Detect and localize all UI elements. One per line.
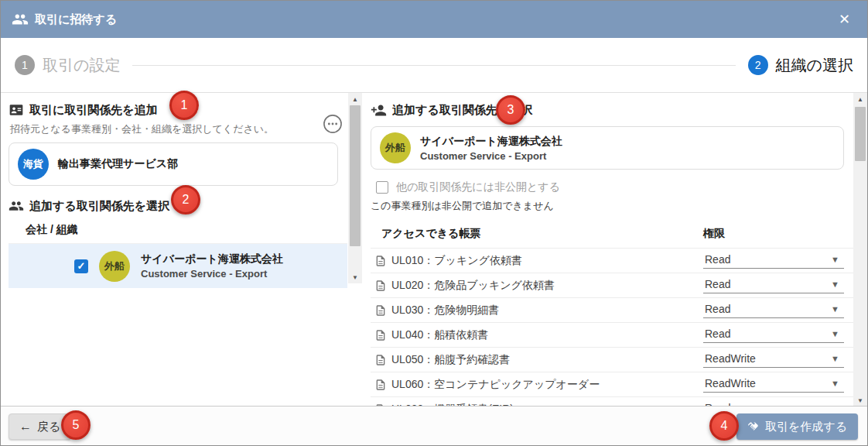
permission-value: Read: [705, 253, 730, 266]
permission-select[interactable]: ReadWrite ▼: [703, 376, 844, 393]
documents-column-header: アクセスできる帳票: [381, 227, 703, 241]
scroll-up-arrow-icon[interactable]: ▲: [853, 93, 867, 105]
private-note-text: この事業種別は非公開で追加できません: [371, 199, 853, 213]
selected-company-name: サイバーポート海運株式会社: [420, 135, 562, 149]
selected-organization-name: Customer Service - Export: [420, 150, 562, 162]
document-label: UL010：ブッキング依頼書: [391, 254, 522, 268]
chevron-down-icon: ▼: [831, 280, 839, 289]
partner-row-selected[interactable]: 外船 サイバーポート海運株式会社 Customer Service - Expo…: [9, 244, 347, 288]
documents-table-header: アクセスできる帳票 権限: [371, 222, 853, 248]
step-connector-line: [132, 65, 735, 66]
annotation-badge-3: 3: [496, 95, 525, 125]
scroll-down-arrow-icon[interactable]: ▼: [853, 394, 867, 406]
select-partner-title-left: 追加する取引関係先を選択: [29, 199, 169, 214]
document-row: UL010：ブッキング依頼書 Read ▼: [371, 248, 853, 273]
source-hint-text: 招待元となる事業種別・会社・組織を選択してください。: [10, 122, 347, 136]
left-arrow-icon: ←: [19, 420, 32, 434]
business-type-badge-kaika: 海貨: [18, 149, 49, 180]
annotation-badge-1: 1: [169, 91, 199, 120]
source-selection-panel: 取引に取引関係先を追加 招待元となる事業種別・会社・組織を選択してください。 海…: [1, 93, 347, 406]
contact-card-icon: [9, 102, 24, 118]
company-name: サイバーポート海運株式会社: [141, 252, 283, 266]
document-label: UL040：船積依頼書: [391, 328, 488, 342]
business-type-badge-gaisen: 外船: [99, 251, 130, 282]
scrollbar-thumb[interactable]: [350, 105, 361, 246]
step-2-label: 組織の選択: [776, 55, 853, 76]
dialog-titlebar: 取引に招待する ✕: [1, 1, 867, 38]
document-icon: [374, 280, 387, 292]
permission-select[interactable]: Read ▼: [703, 276, 844, 293]
step-indicator: 1 取引の設定 2 組織の選択: [1, 38, 867, 92]
step-1-label: 取引の設定: [43, 55, 120, 76]
organization-name: Customer Service - Export: [141, 268, 283, 280]
chevron-down-icon: ▼: [831, 329, 839, 338]
document-icon: [374, 255, 387, 267]
document-row: UL040：船積依頼書 Read ▼: [371, 322, 853, 347]
invite-to-transaction-dialog: 取引に招待する ✕ 1 取引の設定 2 組織の選択 取引に取引関係先を追加 招待…: [0, 0, 868, 446]
annotation-badge-4: 4: [709, 411, 739, 441]
document-icon: [374, 329, 387, 341]
annotation-badge-2: 2: [171, 185, 200, 214]
permission-value: Read: [705, 303, 730, 315]
chevron-down-icon: ▼: [831, 255, 839, 264]
people-icon: [9, 198, 24, 214]
scrollbar-thumb[interactable]: [855, 107, 866, 161]
source-organization-name: 輸出事業代理サービス部: [58, 157, 178, 171]
business-type-badge-gaisen: 外船: [380, 132, 411, 163]
document-row: UL020：危険品ブッキング依頼書 Read ▼: [371, 273, 853, 297]
document-label: UL020：危険品ブッキング依頼書: [391, 279, 555, 293]
document-icon: [374, 379, 387, 391]
company-org-column-header: 会社 / 組織: [9, 223, 347, 244]
permission-select[interactable]: ReadWrite ▼: [703, 351, 844, 368]
annotation-badge-5: 5: [61, 410, 91, 440]
permission-value: ReadWrite: [705, 352, 756, 365]
back-button-label: 戻る: [37, 420, 60, 434]
handshake-icon: [747, 420, 760, 433]
permission-select[interactable]: Read ▼: [703, 326, 844, 343]
document-row: UL030：危険物明細書 Read ▼: [371, 297, 853, 322]
right-panel-scrollbar[interactable]: ▲ ▼: [853, 93, 867, 406]
chevron-down-icon: ▼: [831, 379, 839, 388]
source-organization-card[interactable]: 海貨 輸出事業代理サービス部: [9, 142, 338, 186]
left-panel-scrollbar[interactable]: ▲ ▼: [348, 93, 362, 283]
permission-value: Read: [705, 328, 730, 340]
step-2-circle: 2: [748, 55, 768, 75]
document-icon: [374, 354, 387, 366]
private-checkbox-label: 他の取引関係先には非公開とする: [396, 180, 560, 194]
document-row: UL060：空コンテナピックアップオーダー ReadWrite ▼: [371, 372, 853, 396]
document-label: UL030：危険物明細書: [391, 304, 499, 317]
dialog-content: 取引に取引関係先を追加 招待元となる事業種別・会社・組織を選択してください。 海…: [1, 92, 867, 406]
add-partner-to-transaction-title: 取引に取引関係先を追加: [29, 103, 158, 118]
permission-select[interactable]: Read ▼: [703, 400, 844, 406]
document-label: UL050：船腹予約確認書: [391, 353, 510, 367]
checkbox-checked-icon[interactable]: [74, 259, 88, 273]
people-icon: [12, 11, 29, 28]
document-icon: [374, 304, 387, 317]
create-transaction-button[interactable]: 取引を作成する: [736, 413, 858, 440]
document-row: UL080：機器受領書(EIR) Read ▼: [371, 396, 853, 406]
document-row: UL050：船腹予約確認書 ReadWrite ▼: [371, 347, 853, 372]
permission-select[interactable]: Read ▼: [703, 252, 844, 269]
step-1-circle: 1: [15, 55, 35, 75]
partner-detail-panel: 追加する取引関係先を選択 外船 サイバーポート海運株式会社 Customer S…: [371, 93, 853, 406]
document-label: UL060：空コンテナピックアップオーダー: [391, 378, 600, 392]
more-options-icon[interactable]: [322, 113, 343, 138]
permission-column-header: 権限: [703, 227, 725, 241]
dialog-title: 取引に招待する: [35, 12, 117, 27]
scroll-down-arrow-icon[interactable]: ▼: [348, 271, 362, 283]
selected-partner-card: 外船 サイバーポート海運株式会社 Customer Service - Expo…: [371, 126, 844, 170]
chevron-down-icon: ▼: [831, 304, 839, 314]
private-checkbox[interactable]: [376, 181, 388, 194]
scroll-up-arrow-icon[interactable]: ▲: [348, 93, 362, 105]
permission-value: ReadWrite: [705, 377, 756, 389]
permission-value: Read: [705, 278, 730, 290]
chevron-down-icon: ▼: [831, 354, 839, 363]
permission-select[interactable]: Read ▼: [703, 301, 844, 318]
close-icon[interactable]: ✕: [832, 9, 856, 29]
create-button-label: 取引を作成する: [765, 420, 847, 434]
person-add-icon: [371, 102, 387, 118]
